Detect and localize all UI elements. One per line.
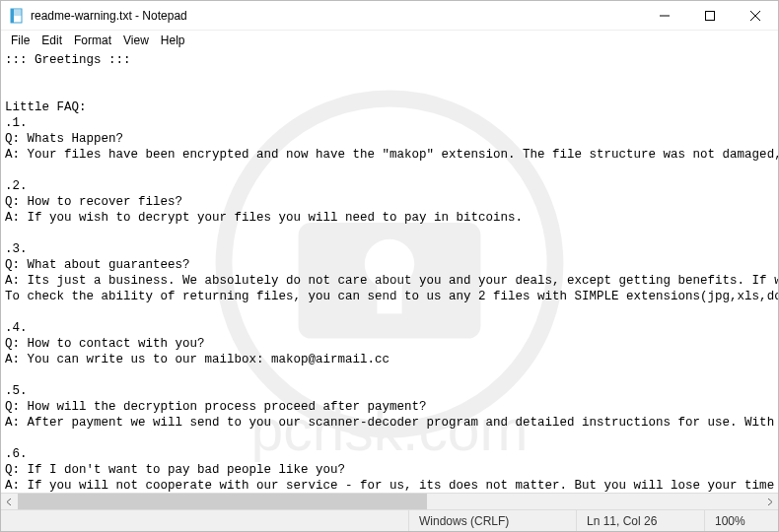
status-position: Ln 11, Col 26: [576, 510, 704, 531]
svg-rect-2: [706, 11, 715, 20]
text-editor[interactable]: ::: Greetings ::: Little FAQ: .1. Q: Wha…: [1, 50, 778, 493]
scroll-left-button[interactable]: [1, 494, 18, 509]
notepad-window: readme-warning.txt - Notepad File Edit F…: [0, 0, 779, 532]
minimize-button[interactable]: [642, 1, 687, 30]
menu-edit[interactable]: Edit: [35, 33, 68, 48]
menu-help[interactable]: Help: [155, 33, 191, 48]
status-zoom: 100%: [704, 510, 778, 531]
menu-bar: File Edit Format View Help: [1, 31, 778, 50]
titlebar: readme-warning.txt - Notepad: [1, 1, 778, 31]
scrollbar-track[interactable]: [18, 494, 761, 509]
status-encoding: Windows (CRLF): [408, 510, 576, 531]
scroll-right-button[interactable]: [761, 494, 778, 509]
notepad-icon: [9, 8, 25, 24]
window-title: readme-warning.txt - Notepad: [31, 9, 187, 23]
scrollbar-thumb[interactable]: [18, 494, 427, 509]
editor-viewport: ::: Greetings ::: Little FAQ: .1. Q: Wha…: [1, 50, 778, 509]
menu-file[interactable]: File: [5, 33, 35, 48]
window-controls: [642, 1, 778, 30]
menu-view[interactable]: View: [117, 33, 155, 48]
close-button[interactable]: [733, 1, 778, 30]
menu-format[interactable]: Format: [68, 33, 117, 48]
maximize-button[interactable]: [687, 1, 733, 30]
svg-rect-1: [11, 9, 14, 23]
horizontal-scrollbar[interactable]: [1, 493, 778, 509]
status-bar: Windows (CRLF) Ln 11, Col 26 100%: [1, 509, 778, 531]
